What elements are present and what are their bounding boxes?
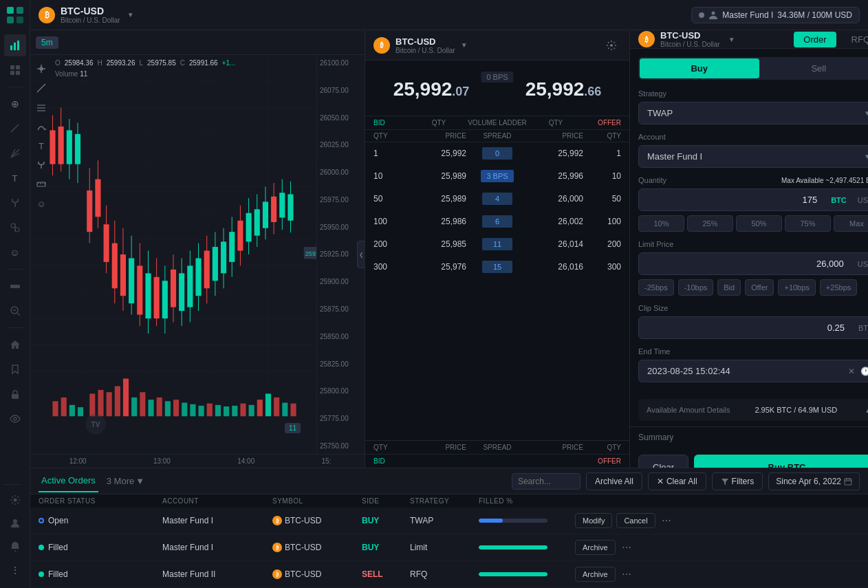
line-tool[interactable] xyxy=(33,80,50,96)
sidebar-icon-emoji[interactable]: ☺ xyxy=(4,241,26,263)
sidebar-icon-crosshair[interactable]: ⊕ xyxy=(4,93,26,115)
buy-button[interactable]: Buy xyxy=(640,58,759,78)
crosshair-tool[interactable] xyxy=(33,61,50,77)
sidebar-icon-fork[interactable] xyxy=(4,192,26,214)
sell-button[interactable]: Sell xyxy=(759,58,869,78)
order-side-cell: BUY xyxy=(362,543,410,552)
archive-all-button[interactable]: Archive All xyxy=(586,472,642,490)
end-time-clear-icon[interactable]: ✕ xyxy=(848,367,855,376)
limit-adj-minus25bps[interactable]: -25bps xyxy=(638,279,674,296)
sidebar-icon-bookmark[interactable] xyxy=(4,358,26,380)
limit-adj-minus10bps[interactable]: -10bps xyxy=(678,279,714,296)
fork-tool[interactable] xyxy=(33,157,50,173)
ladder-row[interactable]: 100 25,986 6 26,002 100 xyxy=(365,210,629,233)
bid-qty-cell: 10 xyxy=(373,171,411,181)
footer-price-bid: PRICE xyxy=(411,444,466,451)
order-more-btn[interactable]: ⋯ xyxy=(620,541,633,554)
svg-rect-114 xyxy=(271,197,276,222)
ladder-settings-btn[interactable] xyxy=(602,36,621,55)
symbol-chevron[interactable]: ▼ xyxy=(127,11,134,19)
avail-chevron[interactable]: ▲ xyxy=(865,406,868,414)
sidebar-icon-profile[interactable] xyxy=(4,512,26,534)
pct-75[interactable]: 75% xyxy=(785,215,831,232)
chart-main-area[interactable]: 25975 11 xyxy=(30,55,316,454)
symbol-selector[interactable]: ₿ BTC-USD Bitcoin / U.S. Dollar ▼ xyxy=(39,6,134,24)
ladder-row[interactable]: 200 25,985 11 26,014 200 xyxy=(365,233,629,256)
strategy-select[interactable]: TWAP ▼ xyxy=(638,102,868,124)
filters-button[interactable]: Filters xyxy=(712,472,763,490)
order-tab-rfq[interactable]: RFQ xyxy=(842,32,868,47)
account-selector[interactable]: Master Fund I 34.36M / 100M USD xyxy=(691,7,860,23)
clip-size-section: Clip Size BTC xyxy=(638,304,868,339)
emoji-tool[interactable]: ☺ xyxy=(33,195,50,212)
limit-currency: USD xyxy=(852,260,868,268)
clear-all-button[interactable]: ✕ Clear All xyxy=(648,472,706,490)
order-more-btn[interactable]: ⋯ xyxy=(660,514,673,527)
svg-rect-5 xyxy=(14,43,16,50)
order-action-primary[interactable]: Modify xyxy=(575,513,612,528)
text-tool[interactable]: T xyxy=(33,138,50,154)
sidebar-icon-chart[interactable] xyxy=(4,34,26,56)
more-tab[interactable]: 3 More ▼ xyxy=(104,470,147,492)
clear-button[interactable]: Clear xyxy=(638,455,688,468)
bid-qty-cell: 200 xyxy=(373,239,411,249)
sidebar-icon-notifications[interactable] xyxy=(4,536,26,558)
limit-adjustments: -25bps -10bps Bid Offer +10bps +25bps xyxy=(638,279,868,296)
order-more-btn[interactable]: ⋯ xyxy=(620,567,633,581)
sidebar-icon-rays[interactable] xyxy=(4,142,26,164)
limit-adj-bid[interactable]: Bid xyxy=(717,279,741,296)
quantity-input[interactable] xyxy=(639,189,825,210)
cancel-button[interactable]: Cancel xyxy=(616,513,655,528)
multiline-tool[interactable] xyxy=(33,99,50,116)
sidebar-icon-ruler[interactable] xyxy=(4,275,26,297)
order-action-primary[interactable]: Archive xyxy=(575,540,616,555)
since-date-button[interactable]: Since Apr 6, 2022 xyxy=(768,472,860,490)
order-action-primary[interactable]: Archive xyxy=(575,567,616,582)
ladder-row[interactable]: 300 25,976 15 26,016 300 xyxy=(365,256,629,279)
bid-price-cell: 25,985 xyxy=(411,239,466,249)
app-logo[interactable] xyxy=(6,6,25,25)
orders-search-input[interactable] xyxy=(512,473,581,490)
measure-tool[interactable] xyxy=(33,176,50,193)
sidebar-icon-line[interactable] xyxy=(4,118,26,140)
ladder-row[interactable]: 1 25,992 0 25,992 1 xyxy=(365,142,629,165)
buy-btc-button[interactable]: Buy BTC xyxy=(694,455,868,468)
table-row: Filled Master Fund I ₿ BTC-USD BUY Limit… xyxy=(30,534,868,561)
pct-10[interactable]: 10% xyxy=(638,215,684,232)
ladder-chevron[interactable]: ▼ xyxy=(461,41,468,49)
sidebar-icon-lock[interactable] xyxy=(4,383,26,405)
sidebar-icon-eye[interactable] xyxy=(4,408,26,430)
limit-price-input[interactable] xyxy=(639,253,852,274)
order-chevron[interactable]: ▼ xyxy=(728,36,735,43)
svg-rect-70 xyxy=(87,190,92,232)
sidebar-icon-zoom[interactable] xyxy=(4,300,26,322)
chart-collapse-btn[interactable]: ❮ xyxy=(357,241,365,268)
active-orders-tab[interactable]: Active Orders xyxy=(39,470,98,492)
order-tab-order[interactable]: Order xyxy=(794,32,836,47)
account-select[interactable]: Master Fund I ▼ xyxy=(638,145,868,168)
limit-adj-plus25bps[interactable]: +25bps xyxy=(820,279,857,296)
ladder-row[interactable]: 10 25,989 3 BPS 25,996 10 xyxy=(365,165,629,188)
end-time-calendar-icon[interactable]: 🕐 xyxy=(860,367,868,376)
sh-spread: SPREAD xyxy=(466,132,528,140)
order-actions-cell: Archive ⋯ xyxy=(575,567,860,582)
arc-tool[interactable] xyxy=(33,118,50,135)
sidebar-icon-more-vert[interactable]: ⋮ xyxy=(4,559,26,581)
quantity-input-row: BTC USD xyxy=(638,188,868,211)
pct-25[interactable]: 25% xyxy=(687,215,733,232)
pct-max[interactable]: Max xyxy=(834,215,868,232)
limit-adj-offer[interactable]: Offer xyxy=(745,279,774,296)
pct-50[interactable]: 50% xyxy=(736,215,782,232)
sidebar-icon-indicators[interactable] xyxy=(4,217,26,239)
currency-usd[interactable]: USD xyxy=(852,196,868,204)
sidebar-icon-text[interactable]: T xyxy=(4,167,26,189)
sidebar-icon-settings[interactable] xyxy=(4,489,26,511)
clip-size-input[interactable] xyxy=(639,317,853,338)
currency-btc[interactable]: BTC xyxy=(825,196,852,204)
timeframe-5m[interactable]: 5m xyxy=(36,36,58,49)
sidebar-icon-home[interactable] xyxy=(4,334,26,356)
ladder-row[interactable]: 50 25,989 4 26,000 50 xyxy=(365,188,629,210)
bid-qty-cell: 100 xyxy=(373,217,411,226)
limit-adj-plus10bps[interactable]: +10bps xyxy=(778,279,815,296)
sidebar-icon-grid[interactable] xyxy=(4,59,26,81)
